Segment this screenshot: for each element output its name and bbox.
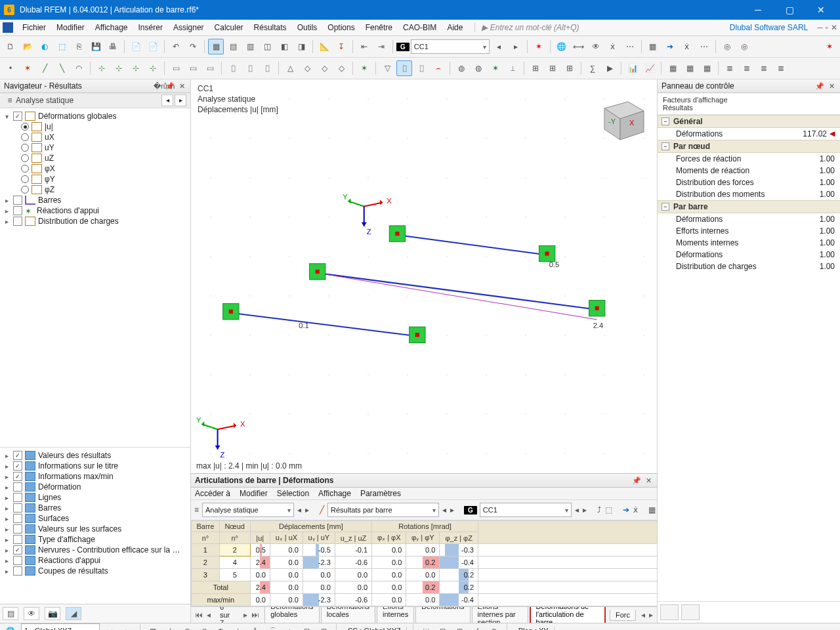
frame1-icon[interactable]: ⌷ [396,60,412,76]
option-checkbox[interactable] [13,493,22,502]
ext1-icon[interactable]: ◎ [719,39,735,54]
surf3-icon[interactable]: ▭ [202,60,218,76]
tab-scroll-right-icon[interactable]: ▸ [648,610,654,620]
measure-icon[interactable]: 📐 [316,39,332,54]
sb-m3-icon[interactable]: ⊞ [453,624,467,630]
tab-last-icon[interactable]: ⏭ [250,610,261,620]
menu-affichage[interactable]: Affichage [90,22,133,33]
star-icon[interactable]: ✶ [531,39,547,54]
results-next-icon[interactable]: ▸ [304,502,310,518]
align1-icon[interactable]: ⇤ [356,39,372,54]
sb-grid-icon[interactable]: ▦ [146,624,159,630]
loadcase-combo[interactable]: CC1▾ [411,39,490,54]
sec1-icon[interactable]: ⌷ [225,60,241,76]
sb-m5-icon[interactable]: ⊕ [488,624,501,630]
sec2-icon[interactable]: ⌷ [242,60,258,76]
save-icon[interactable]: 💾 [88,39,104,54]
results-close-icon[interactable]: ✕ [644,476,653,485]
solid4-icon[interactable]: ⟂ [505,60,520,76]
cp-pin-icon[interactable]: 📌 [815,81,824,91]
cp-row[interactable]: Déformations117.02◀ [658,128,840,140]
filter-icon[interactable]: ▽ [379,60,395,76]
sb-s9-icon[interactable]: ⊡ [300,624,313,630]
new-icon[interactable]: 🗋 [3,39,18,54]
navigator-tree-top[interactable]: ▾✓Déformations globales |u|uXuYuZφXφYφZ … [0,108,190,447]
tree-dir-label[interactable]: φZ [45,185,54,194]
menu-resultats[interactable]: Résultats [249,22,292,33]
sb-s7-icon[interactable]: ⌒ [266,624,279,630]
option-checkbox[interactable] [13,482,22,492]
tool1-icon[interactable]: ⊞ [528,60,543,76]
load-icon[interactable]: ↧ [333,39,349,54]
table-row[interactable]: 242.40.0-2.3-0.60.00.2-0.4 [192,556,658,569]
maximize-button[interactable]: ▢ [774,0,805,20]
nav-next-btn[interactable]: ▸ [175,94,186,106]
sb-s4-icon[interactable]: ◐ [215,624,228,630]
cp-row[interactable]: Forces de réaction1.00 [658,153,840,165]
results-menu-params[interactable]: Paramètres [360,489,401,498]
cp-row[interactable]: Distribution des forces1.00 [658,177,840,188]
mdi-close-icon[interactable]: ✕ [831,23,837,32]
menu-aide[interactable]: Aide [442,22,468,33]
footer-camera-icon[interactable]: 📷 [45,607,60,620]
copy-icon[interactable]: ⎘ [71,39,87,54]
table-row[interactable]: 120.50.0-0.5-0.10.00.0-0.3 [192,544,658,556]
navigator-pin-icon[interactable]: �různ [154,81,163,91]
solid2-icon[interactable]: ◍ [471,60,486,76]
radio-uX[interactable] [21,133,29,141]
footer-eye-icon[interactable]: 👁 [24,607,39,620]
cfg-icon[interactable]: ✶ [822,39,837,54]
undo-icon[interactable]: ↶ [168,39,184,54]
tree-dir-label[interactable]: |u| [45,122,53,131]
surf2-icon[interactable]: ▭ [185,60,201,76]
grid-c-icon[interactable]: ▦ [699,60,715,76]
menu-outils[interactable]: Outils [292,22,323,33]
radio-|u|[interactable] [21,123,29,131]
sb-v7-icon[interactable]: ▭ [823,624,836,630]
grid2-icon[interactable]: ▤ [225,39,241,54]
results-prev-icon[interactable]: ◂ [297,502,302,518]
option-label[interactable]: Coupes de résultats [38,566,108,576]
tab-prev-icon[interactable]: ◂ [205,610,212,620]
table-row[interactable]: 350.00.00.00.00.00.00.2 [192,569,658,581]
option-label[interactable]: Valeurs sur les surfaces [38,524,121,534]
ext2-icon[interactable]: ◎ [736,39,752,54]
grid-b-icon[interactable]: ▦ [682,60,698,76]
block-icon[interactable]: ⬚ [54,39,70,54]
dim-icon[interactable]: ⟷ [571,39,587,54]
option-checkbox[interactable] [13,503,22,513]
mdi-restore-icon[interactable]: ▫ [826,23,828,32]
member-icon[interactable]: ╲ [54,60,70,76]
tree-dir-label[interactable]: uZ [45,154,54,163]
sb-s6-icon[interactable]: ∥ [249,624,262,630]
solid3-icon[interactable]: ✶ [488,60,503,76]
cp-scale-icon[interactable] [660,604,679,620]
xxx-icon[interactable]: ẋ [605,39,621,54]
tool2-icon[interactable]: ⊞ [545,60,560,76]
view3-icon[interactable]: ◨ [293,39,309,54]
surf1-icon[interactable]: ▭ [168,60,184,76]
footer-data-icon[interactable]: ▤ [3,607,18,620]
doc1-icon[interactable]: 📄 [128,39,144,54]
run-icon[interactable]: ▶ [602,60,618,76]
print-icon[interactable]: 🖶 [105,39,121,54]
view-icon[interactable]: ▦ [645,39,661,54]
edit1-icon[interactable]: ✶ [356,60,372,76]
eye-icon[interactable]: 👁 [588,39,604,54]
radio-φZ[interactable] [21,186,29,194]
option-checkbox[interactable] [13,535,22,544]
option-checkbox[interactable]: ✓ [13,451,22,460]
footer-flag-icon[interactable]: ◢ [66,607,81,620]
results-menu-edit[interactable]: Modifier [240,489,268,498]
radio-uZ[interactable] [21,154,29,162]
line-icon[interactable]: ╱ [37,60,52,76]
view2-icon[interactable]: ◧ [276,39,292,54]
cloud-icon[interactable]: ◐ [37,39,52,54]
option-checkbox[interactable] [13,566,22,576]
cp-row[interactable]: Déformations1.00 [658,213,840,225]
doc2-icon[interactable]: 📄 [145,39,161,54]
sb-s5-icon[interactable]: ⊥ [232,624,245,630]
tree-icon[interactable]: ≡ [4,94,16,106]
sb-v1-icon[interactable]: ▭ [721,624,734,630]
sb-s3-icon[interactable]: ⊗ [198,624,211,630]
